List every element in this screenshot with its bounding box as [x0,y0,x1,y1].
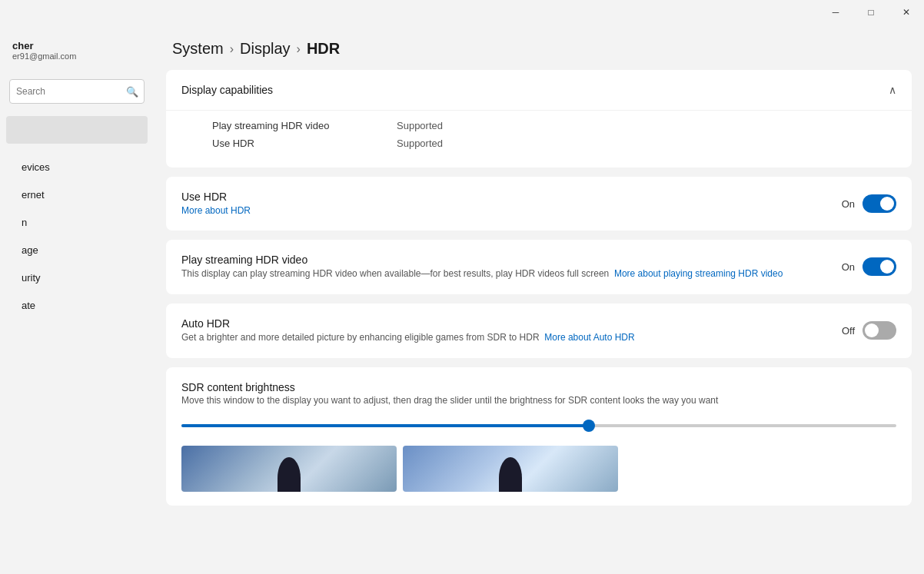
streaming-toggle-right: On [842,257,896,276]
sidebar-item-network[interactable]: n [6,209,148,236]
breadcrumb-display[interactable]: Display [240,40,291,58]
auto-hdr-link[interactable]: More about Auto HDR [544,332,634,343]
brightness-card: SDR content brightness Move this window … [166,367,912,506]
use-hdr-toggle[interactable] [863,194,896,213]
sidebar: cher er91@gmail.com 🔍 evices ernet n age… [0,25,154,574]
capabilities-header[interactable]: Display capabilities ∧ [166,70,912,110]
sidebar-user-name: cher [12,40,141,51]
capability-row-hdr: Use HDR Supported [212,134,896,152]
auto-hdr-card: Auto HDR Get a brighter and more detaile… [166,304,912,358]
brightness-slider-container[interactable] [181,418,896,433]
silhouette-left [278,457,301,492]
breadcrumb: System › Display › HDR [154,25,924,70]
use-hdr-content: Use HDR More about HDR [181,191,842,217]
streaming-thumb [880,260,894,274]
use-hdr-toggle-right: On [842,194,896,213]
use-hdr-card: Use HDR More about HDR On [166,177,912,231]
title-bar: ─ □ ✕ [0,0,924,25]
sidebar-user-email: er91@gmail.com [12,51,141,61]
streaming-toggle[interactable] [863,257,896,276]
streaming-content: Play streaming HDR video This display ca… [181,254,842,280]
breadcrumb-sep2: › [297,42,301,56]
preview-image-right [403,446,618,492]
maximize-button[interactable]: □ [853,0,889,25]
capabilities-card: Display capabilities ∧ Play streaming HD… [166,70,912,168]
capability-value-streaming: Supported [397,120,443,131]
sidebar-nav: evices ernet n age urity ate [0,147,154,326]
auto-hdr-state: Off [842,325,855,337]
sidebar-item-internet[interactable]: ernet [6,181,148,208]
minimize-button[interactable]: ─ [818,0,853,25]
breadcrumb-sep1: › [230,42,234,56]
chevron-up-icon: ∧ [889,84,896,96]
silhouette-right [499,457,522,492]
sidebar-user: cher er91@gmail.com [0,31,154,73]
breadcrumb-hdr: HDR [307,40,340,58]
brightness-slider-track [181,424,896,427]
content: System › Display › HDR Display capabilit… [154,25,924,574]
streaming-title: Play streaming HDR video [181,254,842,266]
use-hdr-title: Use HDR [181,191,842,203]
close-button[interactable]: ✕ [889,0,924,25]
capabilities-body: Play streaming HDR video Supported Use H… [166,110,912,168]
preview-image-left [181,446,397,492]
streaming-state: On [842,261,855,273]
brightness-title: SDR content brightness [181,381,896,393]
auto-hdr-desc: Get a brighter and more detailed picture… [181,331,812,344]
sidebar-item-devices[interactable]: evices [6,154,148,181]
capability-label-hdr: Use HDR [212,138,366,149]
use-hdr-link[interactable]: More about HDR [181,205,251,216]
sidebar-search[interactable]: 🔍 [9,79,145,104]
sidebar-item-storage[interactable]: age [6,237,148,264]
brightness-slider-fill [181,424,589,427]
breadcrumb-system[interactable]: System [172,40,224,58]
auto-hdr-toggle[interactable] [863,321,896,340]
capability-value-hdr: Supported [397,138,443,149]
brightness-desc: Move this window to the display you want… [181,395,896,406]
auto-hdr-desc-text: Get a brighter and more detailed picture… [181,332,540,343]
search-icon: 🔍 [126,86,138,98]
use-hdr-thumb [880,197,894,211]
brightness-slider-thumb[interactable] [583,420,595,432]
sidebar-item-security[interactable]: urity [6,264,148,291]
sidebar-highlight [6,116,148,144]
auto-hdr-thumb [865,323,879,337]
preview-images [181,446,896,492]
search-input[interactable] [9,79,145,104]
auto-hdr-content: Auto HDR Get a brighter and more detaile… [181,317,842,344]
auto-hdr-title: Auto HDR [181,317,842,330]
capabilities-title: Display capabilities [181,84,273,96]
capability-label-streaming: Play streaming HDR video [212,120,366,131]
streaming-desc: This display can play streaming HDR vide… [181,267,812,280]
streaming-card: Play streaming HDR video This display ca… [166,240,912,294]
use-hdr-state: On [842,198,855,210]
app-body: cher er91@gmail.com 🔍 evices ernet n age… [0,25,924,574]
auto-hdr-toggle-right: Off [842,321,896,340]
capability-row-streaming: Play streaming HDR video Supported [212,117,896,134]
sidebar-item-update[interactable]: ate [6,292,148,319]
streaming-desc-text: This display can play streaming HDR vide… [181,268,609,279]
streaming-link[interactable]: More about playing streaming HDR video [614,268,783,279]
